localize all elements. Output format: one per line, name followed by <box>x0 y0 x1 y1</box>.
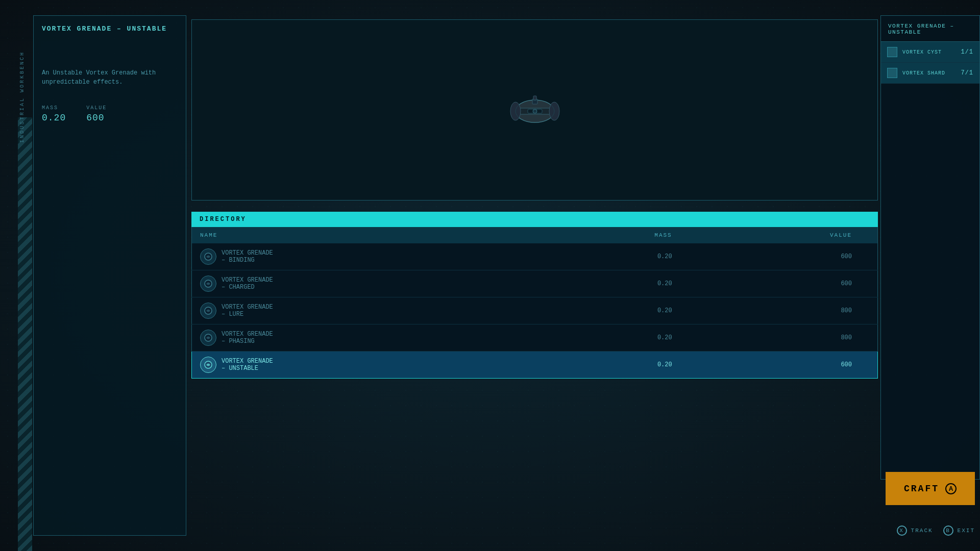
item-icon <box>200 357 216 373</box>
mass-value: 0.20 <box>42 113 66 123</box>
value-label: VALUE <box>86 105 107 111</box>
item-spacer <box>480 270 532 297</box>
item-icon <box>200 248 216 265</box>
left-panel: VORTEX GRENADE – UNSTABLE An Unstable Vo… <box>33 15 186 536</box>
item-value: 600 <box>698 270 878 297</box>
item-name: VORTEX GRENADE– LURE <box>222 304 273 318</box>
mass-stat: MASS 0.20 <box>42 105 66 123</box>
preview-area <box>192 20 877 200</box>
col-spacer <box>480 227 532 243</box>
left-panel-description: An Unstable Vortex Grenade with unpredic… <box>34 38 186 97</box>
table-row[interactable]: VORTEX GRENADE– PHASING 0.20 800 <box>192 324 878 352</box>
col-mass: MASS <box>532 227 697 243</box>
left-panel-title: VORTEX GRENADE – UNSTABLE <box>34 16 186 38</box>
item-name-cell: VORTEX GRENADE– UNSTABLE <box>192 352 480 379</box>
table-row[interactable]: VORTEX GRENADE– LURE 0.20 800 <box>192 297 878 324</box>
item-mass: 0.20 <box>532 270 697 297</box>
ingredient-name: VORTEX SHARD <box>902 70 961 76</box>
item-mass: 0.20 <box>532 324 697 352</box>
item-name: VORTEX GRENADE– UNSTABLE <box>222 358 273 372</box>
right-panel-title: VORTEX GRENADE – UNSTABLE <box>881 16 979 42</box>
ingredient-icon <box>887 47 897 57</box>
right-panel: VORTEX GRENADE – UNSTABLE VORTEX CYST 1/… <box>880 15 980 480</box>
ingredient-icon <box>887 68 897 78</box>
col-value: VALUE <box>698 227 878 243</box>
item-spacer <box>480 324 532 352</box>
item-icon <box>200 276 216 292</box>
col-name: NAME <box>192 227 480 243</box>
item-value: 600 <box>698 352 878 379</box>
craft-button-label: CRAFT <box>904 484 939 494</box>
item-name-cell: VORTEX GRENADE– PHASING <box>192 324 480 352</box>
item-value: 600 <box>698 243 878 270</box>
track-label: TRACK <box>911 528 933 534</box>
craft-button[interactable]: CRAFT A <box>886 472 975 505</box>
item-name-cell: VORTEX GRENADE– CHARGED <box>192 270 480 297</box>
exit-key: B <box>943 525 953 536</box>
directory-header: DIRECTORY <box>191 212 878 227</box>
ingredient-count: 1/1 <box>961 48 973 56</box>
track-button[interactable]: X TRACK <box>897 525 933 536</box>
table-row[interactable]: VORTEX GRENADE– UNSTABLE 0.20 600 <box>192 352 878 379</box>
ingredient-name: VORTEX CYST <box>902 49 961 55</box>
track-key: X <box>897 525 907 536</box>
table-row[interactable]: VORTEX GRENADE– BINDING 0.20 600 <box>192 243 878 270</box>
item-value: 800 <box>698 324 878 352</box>
directory-table: NAME MASS VALUE VORTEX GRENADE– BINDING … <box>191 227 878 379</box>
sidebar-label: INDUSTRIAL WORKBENCH <box>19 51 25 143</box>
value-stat: VALUE 600 <box>86 105 107 123</box>
svg-rect-7 <box>533 96 536 100</box>
item-mass: 0.20 <box>532 352 697 379</box>
item-value: 800 <box>698 297 878 324</box>
preview-panel <box>191 19 878 201</box>
item-mass: 0.20 <box>532 297 697 324</box>
item-spacer <box>480 297 532 324</box>
item-name: VORTEX GRENADE– CHARGED <box>222 277 273 291</box>
craft-button-key: A <box>945 483 957 494</box>
item-name-cell: VORTEX GRENADE– BINDING <box>192 243 480 270</box>
ingredient-row: VORTEX SHARD 7/1 <box>881 63 979 84</box>
ingredient-row: VORTEX CYST 1/1 <box>881 42 979 63</box>
left-panel-stats: MASS 0.20 VALUE 600 <box>34 97 186 131</box>
item-name-cell: VORTEX GRENADE– LURE <box>192 297 480 324</box>
directory-panel: DIRECTORY NAME MASS VALUE VORTEX GRENADE… <box>191 212 878 536</box>
bottom-nav: X TRACK B EXIT <box>897 525 975 536</box>
item-icon <box>200 330 216 346</box>
svg-point-5 <box>533 109 537 113</box>
stripe-accent <box>18 117 32 551</box>
table-row[interactable]: VORTEX GRENADE– CHARGED 0.20 600 <box>192 270 878 297</box>
item-icon <box>200 303 216 319</box>
item-spacer <box>480 243 532 270</box>
ingredient-count: 7/1 <box>961 69 973 77</box>
exit-button[interactable]: B EXIT <box>943 525 975 536</box>
mass-label: MASS <box>42 105 66 111</box>
grenade-icon <box>504 90 566 131</box>
value-display: 600 <box>86 113 107 123</box>
item-name: VORTEX GRENADE– BINDING <box>222 249 273 264</box>
item-name: VORTEX GRENADE– PHASING <box>222 331 273 345</box>
item-mass: 0.20 <box>532 243 697 270</box>
exit-label: EXIT <box>958 528 975 534</box>
item-spacer <box>480 352 532 379</box>
ingredients-list: VORTEX CYST 1/1 VORTEX SHARD 7/1 <box>881 42 979 84</box>
